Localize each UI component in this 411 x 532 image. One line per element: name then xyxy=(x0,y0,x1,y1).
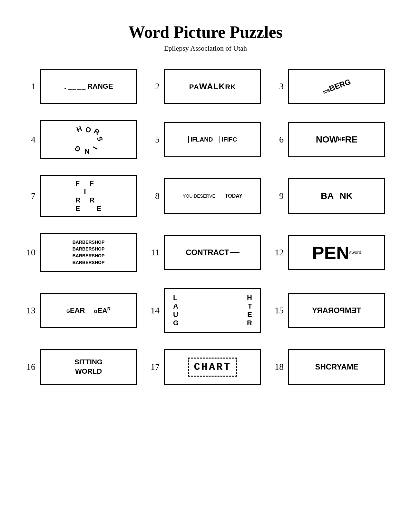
puzzle-7-content: F F I R R E E xyxy=(75,179,102,213)
p7-empty1 xyxy=(83,179,88,188)
page-title: Word Picture Puzzles xyxy=(19,23,392,42)
puzzle-number-18: 18 xyxy=(274,362,284,372)
p7-empty7 xyxy=(96,196,102,204)
p1-range: RANGE xyxy=(87,82,113,91)
p4-r: R xyxy=(92,127,101,137)
p13-ea1: EA xyxy=(70,306,80,314)
puzzle-cell-18: 18 SHCRYAME xyxy=(274,349,385,385)
puzzle-box-11: CONTRACT xyxy=(164,235,261,270)
puzzle-6-content: NOWHERE xyxy=(316,134,358,145)
puzzle-box-4: H O R S I N G xyxy=(40,120,137,159)
puzzle-number-2: 2 xyxy=(150,81,160,92)
p7-r1: R xyxy=(75,196,81,204)
puzzle-box-16: SITTING WORLD xyxy=(40,349,137,385)
p10-line3: BARBERSHOP xyxy=(73,252,105,259)
puzzle-cell-3: 3 ICEBERG xyxy=(274,69,385,104)
puzzle-cell-13: 13 GEAR GEAR xyxy=(26,288,137,333)
p14-a: A xyxy=(173,302,179,310)
p13-ea2: EA xyxy=(97,306,107,314)
puzzle-box-3: ICEBERG xyxy=(288,69,385,104)
puzzle-box-15: TEMPORARY xyxy=(288,293,385,328)
puzzle-cell-17: 17 CHART xyxy=(150,349,261,385)
p3-berg: BERG xyxy=(328,77,352,93)
p17-chart: CHART xyxy=(194,361,231,373)
p13-g2: G xyxy=(94,309,97,314)
puzzle-number-4: 4 xyxy=(26,134,35,145)
puzzle-grid: 1 . ____ RANGE 2 PAWALKRK 3 ICEBERG 4 xyxy=(19,69,392,385)
p7-empty4 xyxy=(90,188,95,196)
puzzle-cell-1: 1 . ____ RANGE xyxy=(26,69,137,104)
puzzle-box-9: BA NK xyxy=(288,178,385,214)
puzzle-cell-15: 15 TEMPORARY xyxy=(274,288,385,333)
puzzle-cell-4: 4 H O R S I N G xyxy=(26,120,137,159)
p14-u: U xyxy=(173,310,179,319)
puzzle-number-8: 8 xyxy=(150,191,160,201)
puzzle-number-1: 1 xyxy=(26,81,35,92)
p10-line2: BARBERSHOP xyxy=(73,246,105,252)
puzzle-17-content: CHART xyxy=(188,358,237,377)
p14-e: E xyxy=(247,310,252,319)
puzzle-cell-7: 7 F F I R R E E xyxy=(26,175,137,217)
puzzle-number-7: 7 xyxy=(26,191,35,201)
p4-n: N xyxy=(84,147,90,155)
puzzle-9-content: BA NK xyxy=(321,191,353,201)
page-subtitle: Epilepsy Association of Utah xyxy=(19,44,392,53)
puzzle-box-2: PAWALKRK xyxy=(164,69,261,104)
puzzle-box-7: F F I R R E E xyxy=(40,175,137,217)
puzzle-box-17: CHART xyxy=(164,349,261,385)
puzzle-number-6: 6 xyxy=(274,134,284,145)
p7-i: I xyxy=(83,188,88,196)
p7-f2: F xyxy=(90,179,95,188)
puzzle-cell-6: 6 NOWHERE xyxy=(274,120,385,159)
puzzle-number-10: 10 xyxy=(26,247,35,258)
p10-line4: BARBERSHOP xyxy=(73,259,105,266)
puzzle-cell-16: 16 SITTING WORLD xyxy=(26,349,137,385)
puzzle-cell-5: 5 IFLAND IFIFC xyxy=(150,120,261,159)
p7-f1: F xyxy=(75,179,81,188)
p12-sword: sword xyxy=(349,250,361,255)
puzzle-box-18: SHCRYAME xyxy=(288,349,385,385)
puzzle-box-12: PENsword xyxy=(288,235,385,270)
p9-ba: BA xyxy=(321,191,334,201)
p16-world: WORLD xyxy=(74,367,103,376)
p6-he: HE xyxy=(338,137,345,143)
puzzle-number-11: 11 xyxy=(150,247,160,258)
p18-text: SHCRYAME xyxy=(315,362,358,371)
puzzle-18-content: SHCRYAME xyxy=(315,362,358,371)
puzzle-number-12: 12 xyxy=(274,247,284,258)
puzzle-cell-2: 2 PAWALKRK xyxy=(150,69,261,104)
p4-i: I xyxy=(91,145,99,151)
puzzle-cell-9: 9 BA NK xyxy=(274,175,385,217)
puzzle-box-6: NOWHERE xyxy=(288,122,385,157)
p7-empty9 xyxy=(90,204,95,213)
p14-right: H T E R xyxy=(247,294,252,327)
puzzle-5-content: IFLAND IFIFC xyxy=(188,136,237,143)
p13-g1: G xyxy=(66,309,70,314)
p2-text: PAWALKRK xyxy=(189,82,236,91)
p7-empty8 xyxy=(83,204,88,213)
puzzle-10-content: BARBERSHOP BARBERSHOP BARBERSHOP BARBERS… xyxy=(73,239,105,266)
p1-dot: . xyxy=(64,81,66,92)
puzzle-box-8: YOU DESERVE TODAY xyxy=(164,178,261,214)
p15-temporary: TEMPORARY xyxy=(312,306,361,315)
puzzle-13-content: GEAR GEAR xyxy=(66,306,111,315)
puzzle-cell-8: 8 YOU DESERVE TODAY xyxy=(150,175,261,217)
p14-t: T xyxy=(248,302,252,310)
puzzle-12-content: PENsword xyxy=(312,242,361,263)
puzzle-16-content: SITTING WORLD xyxy=(74,358,103,376)
p7-empty5 xyxy=(96,188,102,196)
p14-left: L A U G xyxy=(173,294,179,327)
puzzle-number-15: 15 xyxy=(274,305,284,316)
puzzle-box-1: . ____ RANGE xyxy=(40,69,137,104)
p14-l: L xyxy=(173,294,179,302)
p8-you-deserve: YOU DESERVE xyxy=(183,193,215,199)
p9-nk: NK xyxy=(340,191,353,201)
puzzle-cell-14: 14 L A U G H T E R xyxy=(150,288,261,333)
p4-h: H xyxy=(75,124,83,134)
p7-e2: E xyxy=(96,204,102,213)
puzzle-number-17: 17 xyxy=(150,362,160,372)
puzzle-1-content: . ____ RANGE xyxy=(64,81,113,92)
puzzle-number-5: 5 xyxy=(150,134,160,145)
puzzle-11-content: CONTRACT xyxy=(186,248,240,257)
puzzle-box-5: IFLAND IFIFC xyxy=(164,122,261,157)
